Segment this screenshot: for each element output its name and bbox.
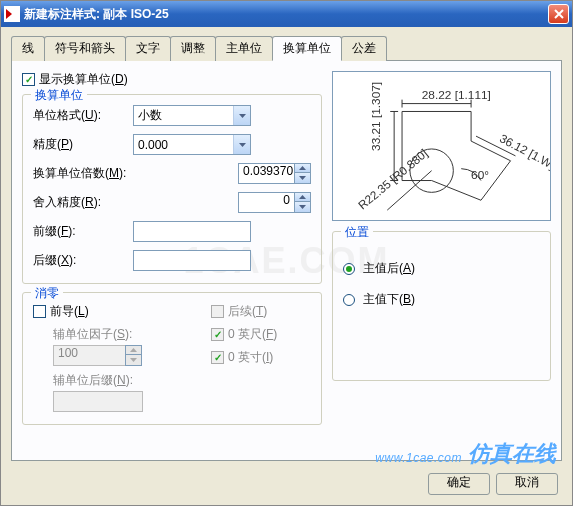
position-below-radio[interactable]: 主值下(B) [343,291,540,308]
spinner-down-icon[interactable] [294,202,311,213]
multiplier-spinner[interactable]: 0.039370 [238,163,311,184]
subsuffix-label: 辅单位后缀(N): [53,372,211,389]
subsuffix-input [53,391,143,412]
unit-format-select[interactable]: 小数 [133,105,251,126]
tab-symbols[interactable]: 符号和箭头 [44,36,126,61]
cancel-button[interactable]: 取消 [496,473,558,495]
tab-lines[interactable]: 线 [11,36,45,61]
prefix-input[interactable] [133,221,251,242]
alt-units-group: 换算单位 单位格式(U): 小数 精度(P) 0.000 [22,94,322,284]
svg-text:60°: 60° [471,168,489,182]
precision-select[interactable]: 0.000 [133,134,251,155]
svg-text:33.21 [1.307]: 33.21 [1.307] [369,82,383,151]
chevron-down-icon [233,106,250,125]
svg-text:36.12 [1.W]: 36.12 [1.W] [497,131,550,172]
zero-suppression-group: 消零 前导(L) 辅单位因子(S): 100 [22,292,322,425]
tab-bar: 线 符号和箭头 文字 调整 主单位 换算单位 公差 [11,35,562,61]
svg-text:28.22 [1.111]: 28.22 [1.111] [422,88,491,102]
inches-checkbox: 0 英寸(I) [211,349,311,366]
titlebar: 新建标注样式: 副本 ISO-25 [1,1,572,27]
multiplier-label: 换算单位倍数(M): [33,165,133,182]
tab-primary[interactable]: 主单位 [215,36,273,61]
tab-content: 1CAE.COM 显示换算单位(D) 换算单位 单位格式(U): 小数 [11,61,562,461]
spinner-up-icon [125,345,142,355]
checkbox-icon [211,328,224,341]
position-legend: 位置 [341,224,373,241]
leading-checkbox[interactable]: 前导(L) [33,303,211,320]
radio-icon [343,294,355,306]
subfactor-spinner: 100 [53,345,211,366]
tab-tolerance[interactable]: 公差 [341,36,387,61]
tab-fit[interactable]: 调整 [170,36,216,61]
window-title: 新建标注样式: 副本 ISO-25 [24,6,169,23]
trailing-checkbox: 后续(T) [211,303,311,320]
brand-url: www.1cae.com [375,451,462,465]
suffix-label: 后缀(X): [33,252,133,269]
prefix-label: 前缀(F): [33,223,133,240]
rounding-spinner[interactable]: 0 [238,192,311,213]
ok-button[interactable]: 确定 [428,473,490,495]
precision-label: 精度(P) [33,136,133,153]
chevron-down-icon [233,135,250,154]
dialog-footer: 确定 取消 [428,473,558,495]
show-alt-units-checkbox[interactable]: 显示换算单位(D) [22,71,322,88]
unit-format-label: 单位格式(U): [33,107,133,124]
tab-alternate[interactable]: 换算单位 [272,36,342,61]
feet-checkbox: 0 英尺(F) [211,326,311,343]
checkbox-icon [33,305,46,318]
rounding-label: 舍入精度(R): [33,194,133,211]
spinner-up-icon[interactable] [294,163,311,173]
checkbox-icon [22,73,35,86]
close-button[interactable] [548,4,569,24]
subfactor-label: 辅单位因子(S): [53,326,211,343]
suffix-input[interactable] [133,250,251,271]
checkbox-icon [211,305,224,318]
position-group: 位置 主值后(A) 主值下(B) [332,231,551,381]
spinner-up-icon[interactable] [294,192,311,202]
brand-text: 仿真在线 [468,439,556,469]
radio-icon [343,263,355,275]
tab-text[interactable]: 文字 [125,36,171,61]
dialog-window: 新建标注样式: 副本 ISO-25 线 符号和箭头 文字 调整 主单位 换算单位… [0,0,573,506]
spinner-down-icon[interactable] [294,173,311,184]
position-after-radio[interactable]: 主值后(A) [343,260,540,277]
spinner-down-icon [125,355,142,366]
zero-legend: 消零 [31,285,63,302]
alt-units-legend: 换算单位 [31,87,87,104]
preview-pane: 28.22 [1.111] 36.12 [1.W] 33.21 [1.307] … [332,71,551,221]
app-icon [4,6,20,22]
checkbox-icon [211,351,224,364]
svg-text:R22.35 [R0.880]: R22.35 [R0.880] [356,146,431,212]
